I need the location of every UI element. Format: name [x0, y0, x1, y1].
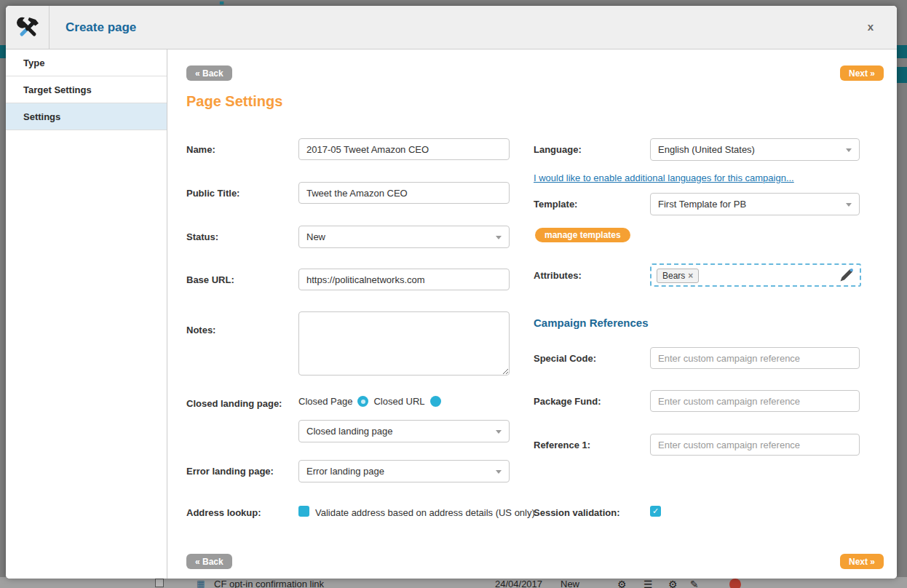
sidebar-item-type[interactable]: Type	[6, 49, 167, 76]
modal-sidebar: Type Target Settings Settings	[6, 49, 167, 579]
additional-languages-link[interactable]: I would like to enable additional langua…	[534, 172, 794, 183]
special-code-input[interactable]	[650, 347, 860, 369]
tools-icon	[6, 6, 49, 49]
chevron-down-icon	[846, 148, 852, 152]
backdrop-table-row: ▦ CF opt-in confirmation link 24/04/2017…	[0, 577, 907, 588]
chevron-down-icon	[496, 470, 502, 474]
chevron-down-icon	[496, 430, 502, 434]
chevron-down-icon	[846, 203, 852, 207]
sidebar-item-settings[interactable]: Settings	[6, 103, 167, 130]
row-checkbox	[155, 579, 164, 587]
status-select[interactable]: New	[298, 226, 510, 248]
sidebar-item-target-settings[interactable]: Target Settings	[6, 76, 167, 103]
language-select[interactable]: English (United States)	[650, 138, 860, 161]
chevron-down-icon	[496, 236, 502, 239]
modal-content	[167, 49, 897, 579]
template-label: Template:	[534, 199, 577, 210]
row-status: New	[561, 579, 579, 588]
modal-header: Create page x	[6, 6, 897, 49]
name-input[interactable]	[298, 138, 510, 160]
notes-label: Notes:	[186, 325, 215, 335]
back-chevron-icon: «	[195, 557, 200, 567]
session-validation-checkbox[interactable]: ✓	[650, 506, 661, 517]
closed-landing-label: Closed landing page:	[186, 398, 282, 409]
special-code-label: Special Code:	[534, 353, 596, 364]
back-chevron-icon: «	[195, 68, 200, 79]
page-type-icon: ▦	[197, 579, 205, 588]
attributes-field[interactable]: Bears×	[650, 263, 861, 287]
address-lookup-checkbox-text: Validate address based on address detail…	[315, 507, 535, 518]
next-button-top[interactable]: Next »	[840, 65, 884, 81]
row-date: 24/04/2017	[495, 579, 542, 588]
error-landing-select[interactable]: Error landing page	[298, 460, 510, 482]
attributes-label: Attributes:	[534, 270, 582, 281]
attribute-tag: Bears×	[657, 269, 699, 283]
error-landing-label: Error landing page:	[186, 466, 274, 477]
public-title-label: Public Title:	[186, 188, 239, 199]
next-chevron-icon: »	[870, 68, 875, 79]
address-lookup-checkbox[interactable]	[298, 506, 309, 517]
list-icon: ☰	[643, 579, 653, 588]
address-lookup-label: Address lookup:	[186, 507, 261, 518]
manage-templates-button[interactable]: manage templates	[535, 228, 630, 242]
close-icon[interactable]: x	[868, 20, 874, 33]
back-button-bottom[interactable]: « Back	[186, 554, 232, 569]
alert-badge-icon	[729, 579, 741, 588]
base-url-input[interactable]	[298, 269, 510, 290]
backdrop-nav-block	[897, 67, 907, 83]
back-button-top[interactable]: « Back	[186, 65, 232, 81]
template-select[interactable]: First Template for PB	[650, 193, 860, 215]
create-page-modal: Create page x Type Target Settings Setti…	[6, 6, 897, 579]
language-label: Language:	[534, 144, 582, 155]
campaign-references-heading: Campaign References	[534, 317, 649, 329]
closed-url-option-label: Closed URL	[373, 396, 424, 407]
row-title: CF opt-in confirmation link	[214, 579, 324, 588]
name-label: Name:	[186, 144, 215, 155]
next-chevron-icon: »	[870, 557, 875, 567]
modal-title: Create page	[66, 6, 136, 49]
gear-icon: ⚙	[668, 579, 678, 588]
closed-page-radio[interactable]	[357, 396, 368, 407]
reference-1-input[interactable]	[650, 434, 860, 456]
base-url-label: Base URL:	[186, 274, 234, 285]
closed-url-radio[interactable]	[430, 396, 441, 407]
edit-icon: ✎	[690, 579, 699, 588]
remove-tag-icon[interactable]: ×	[688, 271, 693, 281]
page-title: Page Settings	[186, 93, 282, 110]
package-fund-label: Package Fund:	[534, 396, 601, 407]
closed-page-option-label: Closed Page	[298, 396, 352, 407]
notes-textarea[interactable]	[298, 311, 510, 376]
closed-landing-radio-group: Closed Page Closed URL	[298, 396, 441, 407]
session-validation-label: Session validation:	[534, 507, 619, 518]
closed-landing-select[interactable]: Closed landing page	[298, 420, 510, 442]
reference-1-label: Reference 1:	[534, 440, 590, 450]
status-label: Status:	[186, 231, 218, 242]
edit-pencil-icon[interactable]	[838, 268, 854, 287]
next-button-bottom[interactable]: Next »	[840, 554, 884, 569]
gear-icon: ⚙	[617, 579, 627, 588]
package-fund-input[interactable]	[650, 390, 860, 412]
public-title-input[interactable]	[298, 182, 510, 204]
